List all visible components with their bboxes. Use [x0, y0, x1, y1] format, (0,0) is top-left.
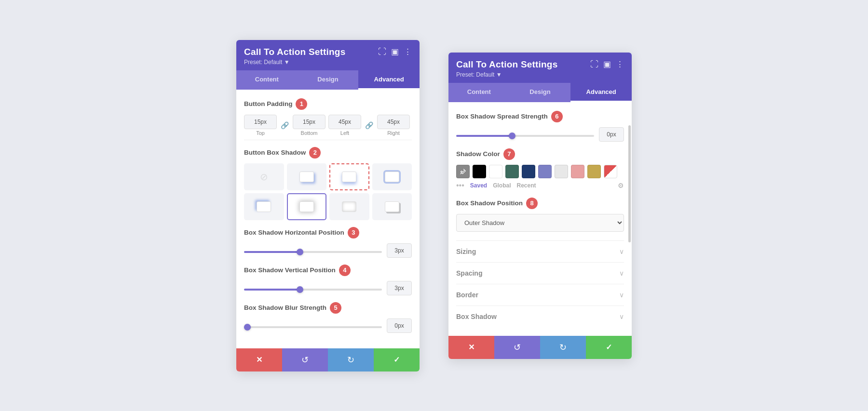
scrollbar[interactable]	[628, 125, 631, 242]
padding-bottom-group: Bottom	[293, 115, 326, 136]
swatch-dark-green[interactable]	[505, 165, 519, 178]
tab-design-left[interactable]: Design	[298, 70, 359, 90]
fullscreen-icon[interactable]: ⛶	[378, 47, 386, 57]
tab-advanced-left[interactable]: Advanced	[358, 70, 420, 90]
more-swatches-icon[interactable]: •••	[456, 181, 464, 190]
tab-advanced-right[interactable]: Advanced	[570, 83, 632, 102]
confirm-icon-right: ✓	[606, 343, 612, 352]
swatch-diagonal[interactable]	[604, 165, 617, 178]
accordion-spacing[interactable]: Spacing ∨	[456, 262, 624, 284]
tab-content-right[interactable]: Content	[448, 83, 510, 102]
redo-button-right[interactable]: ↻	[540, 336, 586, 359]
cancel-icon-right: ✕	[468, 343, 475, 352]
shadow-box-bottom	[342, 172, 356, 182]
accordion-sizing[interactable]: Sizing ∨	[456, 240, 624, 262]
fullscreen-icon-right[interactable]: ⛶	[590, 60, 598, 69]
shadow-preset-inner[interactable]	[329, 193, 369, 220]
horizontal-position-value: 3px	[387, 243, 412, 258]
right-panel-tabs: Content Design Advanced	[448, 83, 632, 102]
undo-button-left[interactable]: ↺	[282, 348, 328, 371]
padding-right-group: Right	[377, 115, 410, 136]
accordion-border[interactable]: Border ∨	[456, 284, 624, 305]
horizontal-position-slider-row: 3px	[244, 243, 412, 258]
color-tabs-row: ••• Saved Global Recent ⚙	[456, 181, 624, 190]
redo-button-left[interactable]: ↻	[328, 348, 374, 371]
shadow-preset-bottom[interactable]	[329, 163, 369, 190]
cancel-button-left[interactable]: ✕	[236, 348, 282, 371]
shadow-preset-tl[interactable]	[244, 193, 284, 220]
undo-button-right[interactable]: ↺	[494, 336, 540, 359]
blur-strength-slider[interactable]	[244, 326, 382, 328]
accordion-spacing-chevron: ∨	[619, 269, 624, 277]
left-panel-header-icons: ⛶ ▣ ⋮	[378, 47, 412, 57]
horizontal-position-label: Box Shadow Horizontal Position 3	[244, 227, 412, 239]
cancel-button-right[interactable]: ✕	[448, 336, 494, 359]
spread-strength-label: Box Shadow Spread Strength 6	[456, 111, 624, 122]
badge-6: 6	[551, 111, 563, 122]
shadow-box-right	[299, 172, 314, 182]
shadow-preset-right[interactable]	[287, 163, 327, 190]
vertical-position-slider[interactable]	[244, 289, 382, 291]
left-panel-preset[interactable]: Preset: Default ▼	[244, 59, 412, 66]
tab-content-left[interactable]: Content	[236, 70, 298, 90]
shadow-position-select[interactable]: Outer Shadow Inner Shadow	[456, 214, 624, 232]
shadow-preset-full[interactable]	[287, 193, 327, 220]
shadow-preset-spread[interactable]	[372, 163, 412, 190]
confirm-icon-left: ✓	[393, 355, 400, 364]
link-icon-1[interactable]: 🔗	[281, 121, 289, 129]
spread-strength-slider-row: 0px	[456, 127, 624, 142]
blur-strength-slider-row: 0px	[244, 318, 412, 333]
swatch-black[interactable]	[473, 165, 486, 178]
confirm-button-left[interactable]: ✓	[374, 348, 420, 371]
spread-strength-slider[interactable]	[456, 135, 594, 137]
eyedropper-swatch[interactable]	[456, 165, 470, 178]
confirm-button-right[interactable]: ✓	[586, 336, 632, 359]
link-icon-2[interactable]: 🔗	[365, 121, 373, 129]
padding-left-group: Left	[328, 115, 361, 136]
accordion-sizing-label: Sizing	[456, 248, 476, 255]
vertical-position-value: 3px	[387, 281, 412, 295]
columns-icon[interactable]: ▣	[391, 47, 399, 57]
tab-design-right[interactable]: Design	[510, 83, 571, 102]
padding-right-label: Right	[387, 130, 400, 136]
swatch-light-pink[interactable]	[571, 165, 584, 178]
color-settings-icon[interactable]: ⚙	[618, 182, 624, 189]
shadow-preset-none[interactable]: ⊘	[244, 163, 284, 190]
swatch-light-gray[interactable]	[555, 165, 568, 178]
spread-strength-value: 0px	[599, 127, 624, 142]
swatch-lavender[interactable]	[538, 165, 552, 178]
badge-8: 8	[526, 198, 538, 209]
padding-bottom-input[interactable]	[293, 115, 326, 129]
padding-left-input[interactable]	[328, 115, 361, 129]
swatch-dark-blue[interactable]	[522, 165, 535, 178]
undo-icon-left: ↺	[301, 355, 309, 365]
shadow-color-label: Shadow Color 7	[456, 148, 624, 160]
color-tab-global[interactable]: Global	[493, 182, 511, 189]
shadow-box-full	[299, 201, 314, 212]
shadow-preset-br[interactable]	[372, 193, 412, 220]
swatch-gold[interactable]	[587, 165, 601, 178]
accordion-border-chevron: ∨	[619, 291, 624, 299]
right-panel-body: Box Shadow Spread Strength 6 0px Shadow …	[448, 102, 632, 336]
color-tab-saved[interactable]: Saved	[470, 182, 487, 189]
accordion-box-shadow-label: Box Shadow	[456, 313, 497, 320]
columns-icon-right[interactable]: ▣	[603, 59, 611, 69]
right-panel-preset[interactable]: Preset: Default ▼	[456, 71, 624, 78]
more-icon[interactable]: ⋮	[404, 47, 412, 57]
swatch-white[interactable]	[489, 165, 502, 178]
color-tab-recent[interactable]: Recent	[517, 182, 536, 189]
shadow-box-tl	[257, 201, 271, 212]
more-icon-right[interactable]: ⋮	[616, 59, 624, 69]
padding-top-input[interactable]	[244, 115, 277, 129]
spread-strength-text: Box Shadow Spread Strength	[456, 113, 548, 120]
padding-top-group: Top	[244, 115, 277, 136]
right-panel-header: Call To Action Settings ⛶ ▣ ⋮ Preset: De…	[448, 53, 632, 83]
right-panel-footer: ✕ ↺ ↻ ✓	[448, 336, 632, 359]
blur-strength-label: Box Shadow Blur Strength 5	[244, 302, 412, 314]
accordion-box-shadow[interactable]: Box Shadow ∨	[456, 305, 624, 327]
accordion-sizing-chevron: ∨	[619, 248, 624, 255]
padding-right-input[interactable]	[377, 115, 410, 129]
blur-strength-value: 0px	[387, 318, 412, 333]
horizontal-position-slider[interactable]	[244, 251, 382, 253]
badge-3: 3	[348, 227, 359, 239]
